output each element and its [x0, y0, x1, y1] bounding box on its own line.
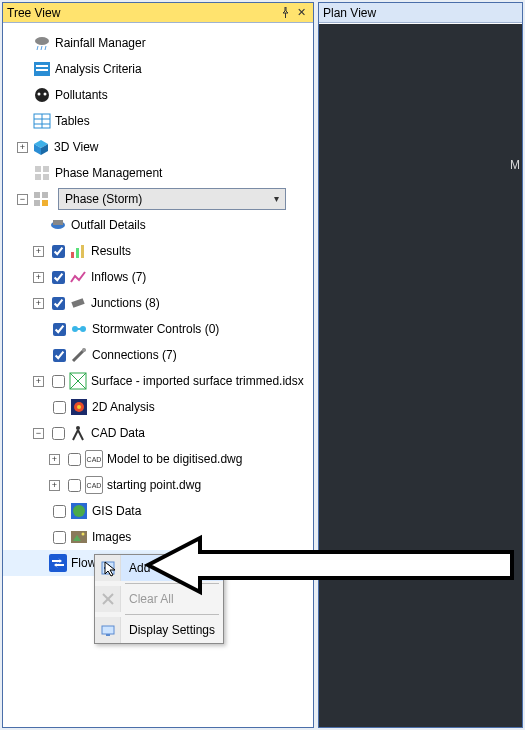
inflows-label: Inflows (7): [91, 270, 146, 284]
pin-icon[interactable]: [277, 5, 293, 21]
cad-start-label: starting point.dwg: [107, 478, 201, 492]
rainfall-icon: [33, 34, 51, 52]
phase-mgmt-icon: [33, 164, 51, 182]
add-icon: [95, 555, 121, 581]
collapse-icon[interactable]: −: [33, 428, 44, 439]
tree-row-rainfall[interactable]: Rainfall Manager: [3, 30, 313, 56]
svg-rect-55: [102, 626, 114, 634]
tree-row-3dview[interactable]: + 3D View: [3, 134, 313, 160]
expand-icon[interactable]: +: [33, 246, 44, 257]
svg-rect-6: [36, 69, 48, 71]
results-checkbox[interactable]: [52, 245, 65, 258]
dwg-icon: CAD: [85, 476, 103, 494]
svg-point-41: [77, 405, 81, 409]
stormwater-checkbox[interactable]: [53, 323, 66, 336]
2danalysis-checkbox[interactable]: [53, 401, 66, 414]
context-menu: Add Clear All Display Settings: [94, 554, 224, 644]
expand-icon[interactable]: +: [49, 480, 60, 491]
tree-row-analysis-criteria[interactable]: Analysis Criteria: [3, 56, 313, 82]
pollutants-label: Pollutants: [55, 88, 108, 102]
svg-rect-22: [42, 192, 48, 198]
dwg-icon: CAD: [85, 450, 103, 468]
tree-row-pollutants[interactable]: Pollutants: [3, 82, 313, 108]
tree-row-outfall[interactable]: Outfall Details: [3, 212, 313, 238]
surface-label: Surface - imported surface trimmed.idsx: [91, 374, 304, 388]
surface-checkbox[interactable]: [52, 375, 65, 388]
svg-rect-47: [71, 531, 87, 543]
phase-dropdown[interactable]: Phase (Storm) ▾: [58, 188, 286, 210]
expand-icon[interactable]: +: [33, 376, 44, 387]
tree-row-images[interactable]: Images: [3, 524, 313, 550]
phase-icon: [32, 190, 50, 208]
rainfall-label: Rainfall Manager: [55, 36, 146, 50]
tables-label: Tables: [55, 114, 90, 128]
tree-row-results[interactable]: + Results: [3, 238, 313, 264]
expand-icon[interactable]: +: [33, 298, 44, 309]
svg-point-49: [82, 533, 85, 536]
tree-row-cad-start[interactable]: + CAD starting point.dwg: [3, 472, 313, 498]
outfall-icon: [49, 216, 67, 234]
junctions-checkbox[interactable]: [52, 297, 65, 310]
outfall-label: Outfall Details: [71, 218, 146, 232]
tree-row-stormwater[interactable]: Stormwater Controls (0): [3, 316, 313, 342]
tree-row-2danalysis[interactable]: 2D Analysis: [3, 394, 313, 420]
flow-label: Flow: [71, 556, 96, 570]
junctions-label: Junctions (8): [91, 296, 160, 310]
inflows-checkbox[interactable]: [52, 271, 65, 284]
images-checkbox[interactable]: [53, 531, 66, 544]
context-clear-label: Clear All: [121, 592, 174, 606]
svg-rect-30: [71, 298, 84, 308]
tree-row-connections[interactable]: Connections (7): [3, 342, 313, 368]
cad-model-checkbox[interactable]: [68, 453, 81, 466]
plan-view-title: Plan View: [323, 6, 518, 20]
analysis-criteria-label: Analysis Criteria: [55, 62, 142, 76]
3dview-icon: [32, 138, 50, 156]
flow-icon: [49, 554, 67, 572]
inflows-icon: [69, 268, 87, 286]
tree-row-cad-model[interactable]: + CAD Model to be digitised.dwg: [3, 446, 313, 472]
svg-rect-19: [35, 174, 41, 180]
cad-model-label: Model to be digitised.dwg: [107, 452, 242, 466]
clear-icon: [95, 586, 121, 612]
svg-rect-5: [36, 65, 48, 67]
connections-label: Connections (7): [92, 348, 177, 362]
context-display-label: Display Settings: [121, 623, 215, 637]
plan-view-panel: Plan View M: [318, 2, 523, 728]
expand-icon[interactable]: +: [33, 272, 44, 283]
images-icon: [70, 528, 88, 546]
tree-row-cad[interactable]: − CAD Data: [3, 420, 313, 446]
svg-rect-56: [106, 634, 110, 636]
tree-row-gis[interactable]: GIS Data: [3, 498, 313, 524]
context-menu-display-settings[interactable]: Display Settings: [95, 617, 223, 643]
cad-checkbox[interactable]: [52, 427, 65, 440]
cad-start-checkbox[interactable]: [68, 479, 81, 492]
svg-rect-27: [71, 252, 74, 258]
svg-rect-21: [34, 192, 40, 198]
tree-row-junctions[interactable]: + Junctions (8): [3, 290, 313, 316]
svg-rect-20: [43, 174, 49, 180]
junctions-icon: [69, 294, 87, 312]
gis-checkbox[interactable]: [53, 505, 66, 518]
pollutants-icon: [33, 86, 51, 104]
expand-icon[interactable]: +: [49, 454, 60, 465]
cad-label: CAD Data: [91, 426, 145, 440]
svg-point-42: [76, 426, 80, 430]
context-menu-add[interactable]: Add: [95, 555, 223, 581]
close-icon[interactable]: ✕: [293, 5, 309, 21]
collapse-icon[interactable]: −: [17, 194, 28, 205]
connections-checkbox[interactable]: [53, 349, 66, 362]
tree-row-inflows[interactable]: + Inflows (7): [3, 264, 313, 290]
plan-view-canvas[interactable]: M: [319, 24, 522, 727]
expand-icon[interactable]: +: [17, 142, 28, 153]
tree-row-phase-mgmt[interactable]: Phase Management: [3, 160, 313, 186]
svg-rect-26: [53, 220, 63, 225]
2danalysis-icon: [70, 398, 88, 416]
svg-point-0: [35, 37, 49, 45]
svg-rect-17: [35, 166, 41, 172]
display-settings-icon: [95, 617, 121, 643]
tree-row-surface[interactable]: + Surface - imported surface trimmed.ids…: [3, 368, 313, 394]
svg-rect-18: [43, 166, 49, 172]
svg-line-3: [45, 46, 46, 50]
results-label: Results: [91, 244, 131, 258]
tree-row-tables[interactable]: Tables: [3, 108, 313, 134]
